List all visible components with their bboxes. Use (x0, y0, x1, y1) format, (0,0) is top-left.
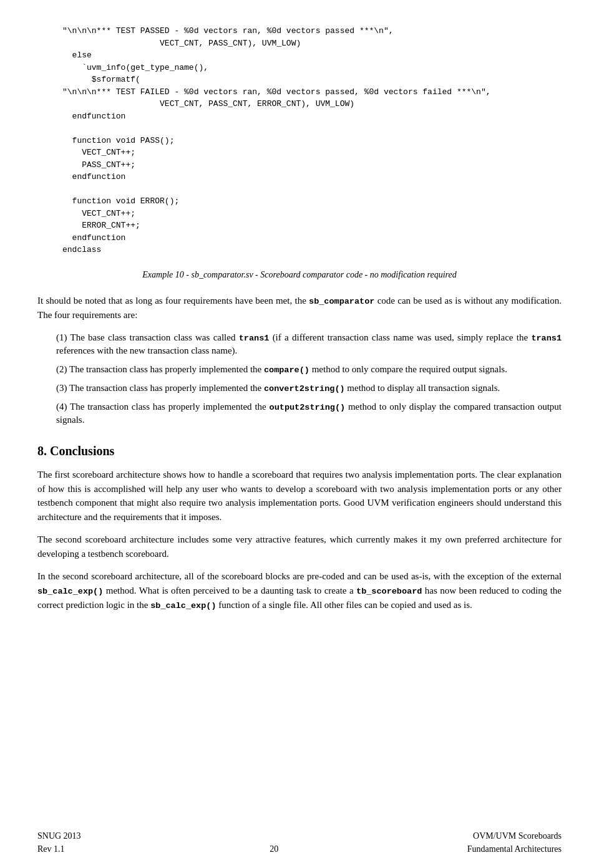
item4-code1: output2string() (270, 403, 346, 412)
item2-text-after: method to only compare the required outp… (309, 364, 507, 374)
conclusions-p3-mid: method. What is often perceived to be a … (103, 586, 356, 596)
item3-number: (3) (56, 383, 69, 393)
list-item-2: (2) The transaction class has properly i… (56, 363, 562, 377)
item3-code1: convert2string() (264, 384, 345, 393)
footer-page-number: 20 (270, 843, 278, 856)
conclusions-p3-before: In the second scoreboard architecture, a… (37, 571, 562, 581)
conclusions-p3-end: function of a single file. All other fil… (217, 600, 472, 610)
item1-number: (1) (56, 332, 71, 342)
item3-text-after: method to display all transaction signal… (345, 383, 500, 393)
item4-text-before: The transaction class has properly imple… (70, 402, 270, 412)
requirements-list: (1) The base class transaction class was… (56, 331, 562, 428)
code-content: "\n\n\n*** TEST PASSED - %0d vectors ran… (37, 19, 562, 263)
item2-text-before: The transaction class has properly imple… (69, 364, 264, 374)
example-caption: Example 10 - sb_comparator.sv - Scoreboa… (37, 269, 562, 281)
item1-code2: trans1 (531, 334, 562, 343)
conclusions-p3: In the second scoreboard architecture, a… (37, 569, 562, 612)
list-item-4: (4) The transaction class has properly i… (56, 400, 562, 428)
item1-code1: trans1 (239, 334, 270, 343)
item3-text-before: The transaction class has properly imple… (69, 383, 264, 393)
item1-text-mid: (if a different transaction class name w… (269, 332, 531, 342)
page-footer: SNUG 2013 Rev 1.1 20 OVM/UVM Scoreboards… (37, 830, 562, 856)
para1-inline-code: sb_comparator (309, 297, 374, 306)
item2-code1: compare() (264, 365, 309, 375)
footer-snug: SNUG 2013 (37, 830, 81, 842)
item1-text-after: references with the new transaction clas… (56, 345, 237, 355)
item2-number: (2) (56, 364, 69, 374)
section-8-heading: 8. Conclusions (37, 442, 562, 460)
item1-text-before: The base class transaction class was cal… (71, 332, 239, 342)
section-title: Conclusions (50, 444, 114, 458)
page: "\n\n\n*** TEST PASSED - %0d vectors ran… (0, 0, 599, 868)
conclusions-p3-code3: sb_calc_exp() (150, 601, 216, 610)
footer-right: OVM/UVM Scoreboards Fundamental Architec… (467, 830, 562, 856)
paragraph-1: It should be noted that as long as four … (37, 294, 562, 322)
footer-rev: Rev 1.1 (37, 843, 81, 856)
footer-title-line1: OVM/UVM Scoreboards (467, 830, 562, 842)
conclusions-p1: The first scoreboard architecture shows … (37, 468, 562, 524)
conclusions-p3-code1: sb_calc_exp() (37, 587, 103, 596)
footer-left: SNUG 2013 Rev 1.1 (37, 830, 81, 856)
item4-number: (4) (56, 402, 70, 412)
conclusions-p2: The second scoreboard architecture inclu… (37, 533, 562, 561)
section-number: 8. (37, 444, 47, 458)
para1-text-before: It should be noted that as long as four … (37, 296, 309, 306)
code-block: "\n\n\n*** TEST PASSED - %0d vectors ran… (37, 19, 562, 263)
list-item-3: (3) The transaction class has properly i… (56, 382, 562, 395)
list-item-1: (1) The base class transaction class was… (56, 331, 562, 359)
footer-title-line2: Fundamental Architectures (467, 843, 562, 856)
conclusions-p3-code2: tb_scoreboard (356, 587, 422, 596)
